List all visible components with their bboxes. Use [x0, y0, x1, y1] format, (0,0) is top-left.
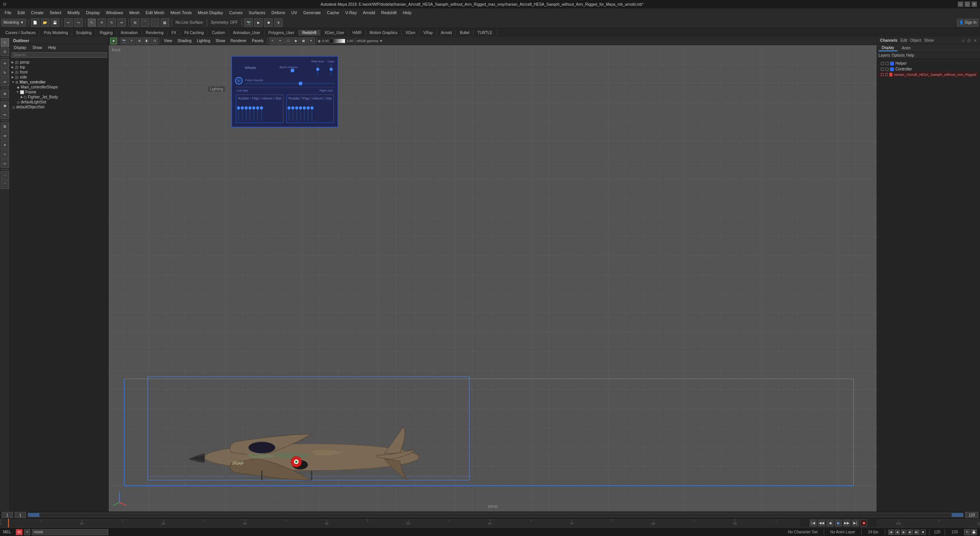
outliner-item-default-object-set[interactable]: ◇ defaultObjectSet	[10, 105, 108, 109]
move-button[interactable]: ✛	[1, 59, 9, 68]
new-file-icon[interactable]: 📄	[31, 18, 39, 27]
shelf-tab-rendering[interactable]: Rendering	[142, 30, 168, 36]
shelf-tab-bullet[interactable]: Bullet	[456, 30, 474, 36]
texture-icon[interactable]: ▦	[300, 38, 307, 44]
save-icon-button[interactable]: 💾	[971, 529, 977, 535]
layer-controller[interactable]: Controller	[879, 66, 978, 72]
shelf-tab-xgen-user[interactable]: XGen_User	[320, 30, 348, 36]
status-play-button[interactable]: ▶	[901, 529, 906, 535]
front-chassis-slider[interactable]	[245, 83, 335, 84]
undo-icon[interactable]: ↩	[64, 18, 73, 27]
range-left-handle[interactable]	[28, 513, 39, 517]
outliner-item-main-controller[interactable]: ▼ ⊙ Main_controller	[10, 80, 108, 85]
flatten-button[interactable]: ═	[1, 159, 9, 168]
shelf-tab-rigging[interactable]: Rigging	[96, 30, 117, 36]
vp-icon2[interactable]: ≡	[128, 38, 135, 44]
renderer-menu[interactable]: Renderer	[228, 38, 249, 44]
ctrl-right-slider-1[interactable]	[288, 106, 290, 121]
lasso-select-button[interactable]: ⊙	[1, 47, 9, 56]
relax-button[interactable]: ≋	[1, 132, 9, 140]
step-back-button[interactable]: ◀◀	[818, 520, 825, 526]
menu-item-help[interactable]: Help	[400, 10, 415, 16]
show-menu[interactable]: Show	[213, 38, 227, 44]
menu-item-windows[interactable]: Windows	[103, 10, 126, 16]
layer-helper[interactable]: Helper	[879, 60, 978, 66]
menu-item-generate[interactable]: Generate	[300, 10, 324, 16]
panel-minimize[interactable]: ◁	[962, 39, 964, 42]
status-rewind-button[interactable]: |◀	[888, 529, 893, 535]
outliner-search-input[interactable]	[11, 52, 107, 58]
frame-range-track[interactable]	[28, 513, 964, 517]
panels-menu[interactable]: Panels	[250, 38, 266, 44]
refresh-button[interactable]: ↻	[964, 529, 970, 535]
wireframe-icon[interactable]: ⬡	[285, 38, 292, 44]
range-end-input[interactable]	[965, 512, 978, 518]
menu-item-edit[interactable]: Edit	[15, 10, 28, 16]
lighting-menu[interactable]: Lighting	[194, 38, 212, 44]
snap-grid-icon[interactable]: ⊞	[131, 18, 139, 27]
open-file-icon[interactable]: 📂	[41, 18, 49, 27]
panel-close[interactable]: ✕	[974, 39, 977, 42]
shelf-tab-sculpting[interactable]: Sculpting	[72, 30, 96, 36]
menu-item-mesh-display[interactable]: Mesh Display	[195, 10, 226, 16]
script-x-button[interactable]: ✕	[24, 529, 30, 535]
menu-item-arnold[interactable]: Arnold	[360, 10, 378, 16]
shelf-tab-arnold[interactable]: Arnold	[437, 30, 456, 36]
ctrl-left-slider-7[interactable]	[261, 106, 262, 121]
panel-float[interactable]: ◰	[967, 39, 971, 42]
sculpt-button[interactable]: ⌘	[1, 123, 9, 131]
menu-item-create[interactable]: Create	[28, 10, 47, 16]
anim-tab[interactable]: Anim	[899, 45, 914, 51]
help-tab[interactable]: Help	[906, 53, 914, 57]
grab-button[interactable]: ✦	[1, 141, 9, 149]
menu-item-cache[interactable]: Cache	[324, 10, 342, 16]
shelf-tab-xgen[interactable]: XGen	[402, 30, 420, 36]
ipr-icon[interactable]: ⏺	[264, 18, 273, 27]
menu-item-surfaces[interactable]: Surfaces	[246, 10, 268, 16]
gamma-dropdown-icon[interactable]: ▼	[379, 39, 383, 43]
ctrl-right-slider-5[interactable]	[304, 106, 305, 121]
range-start-input[interactable]	[2, 512, 13, 518]
menu-item-edit-mesh[interactable]: Edit Mesh	[142, 10, 167, 16]
layer-vis-toggle[interactable]	[881, 62, 884, 65]
menu-item-curves[interactable]: Curves	[226, 10, 246, 16]
outliner-show-menu[interactable]: Show	[30, 45, 44, 50]
select-type-icon[interactable]: ↖	[270, 38, 276, 44]
menu-item-redshift[interactable]: Redshift	[378, 10, 400, 16]
menu-item-uv[interactable]: UV	[288, 10, 300, 16]
shelf-tab-poly-modeling[interactable]: Poly Modeling	[40, 30, 72, 36]
camera-select-icon[interactable]: 📷	[121, 38, 127, 44]
shading-menu[interactable]: Shading	[175, 38, 194, 44]
shelf-tab-animation[interactable]: Animation	[117, 30, 142, 36]
view-menu[interactable]: View	[162, 38, 175, 44]
vp-icon5[interactable]: ⊡	[151, 38, 158, 44]
ctrl-left-slider-5[interactable]	[253, 106, 255, 121]
range-right-handle[interactable]	[952, 513, 963, 517]
shelf-tab-hair[interactable]: HAIR	[349, 30, 366, 36]
mel-script-input[interactable]	[32, 529, 108, 535]
smooth-button[interactable]: ∿	[1, 150, 9, 159]
render-icon[interactable]: ▶	[254, 18, 263, 27]
status-end-button[interactable]: ▶|	[914, 529, 920, 535]
curve-button[interactable]: ⌒	[1, 180, 9, 189]
pause-icon[interactable]: ⏸	[274, 18, 283, 27]
outliner-help-menu[interactable]: Help	[46, 45, 59, 50]
sign-in-button[interactable]: 👤 Sign In	[957, 19, 978, 26]
outliner-item-main-controller-shape[interactable]: ◈ Main_controllerShape	[10, 85, 108, 90]
shelf-tab-fit-caching[interactable]: Fit Caching	[181, 30, 208, 36]
mel-error-indicator[interactable]: M	[16, 529, 23, 535]
play-back-button[interactable]: ◀	[826, 520, 833, 526]
show-manip-button[interactable]: ⊕	[1, 90, 9, 98]
ctrl-left-slider-6[interactable]	[257, 106, 258, 121]
rotate-icon[interactable]: ↻	[235, 77, 243, 85]
ctrl-left-slider-3[interactable]	[245, 106, 247, 121]
current-frame-input[interactable]	[15, 512, 26, 518]
save-file-icon[interactable]: 💾	[51, 18, 59, 27]
ctrl-right-slider-3[interactable]	[296, 106, 297, 121]
snap-curve-icon[interactable]: ⌒	[141, 18, 149, 27]
layer-vis-toggle[interactable]	[881, 73, 884, 76]
menu-item-display[interactable]: Display	[83, 10, 103, 16]
shelf-tab-motion-graphics[interactable]: Motion Graphics	[366, 30, 402, 36]
snap-point-icon[interactable]: ·	[151, 18, 159, 27]
paint-select-button[interactable]: ✏	[1, 111, 9, 119]
